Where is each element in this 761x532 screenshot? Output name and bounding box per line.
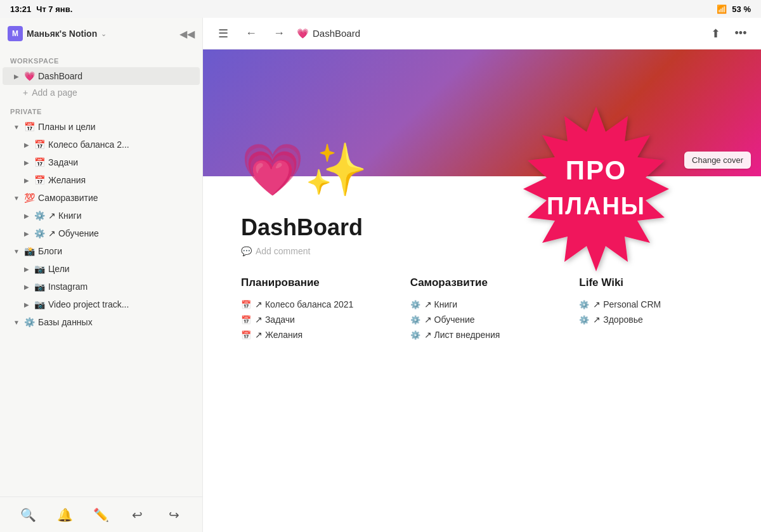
toolbar-right: ⬆ •••	[705, 23, 751, 44]
change-cover-button[interactable]: Change cover	[684, 152, 751, 169]
section-item-zhelaniya[interactable]: 📅 ↗ Желания	[241, 327, 385, 342]
expand-icon-samorazvitie[interactable]: ▼	[10, 191, 23, 204]
expand-icon-koleso[interactable]: ▶	[20, 138, 33, 151]
expand-icon-tseli[interactable]: ▶	[20, 263, 33, 275]
workspace-avatar: M	[8, 26, 23, 41]
sidebar-item-samorazvitie[interactable]: ▼ 💯 Саморазвитие ••• +	[3, 189, 200, 207]
workspace-initial: M	[12, 29, 18, 38]
add-btn-koleso[interactable]: +	[182, 138, 195, 151]
sidebar-item-instagram[interactable]: ▶ 📷 Instagram ••• +	[3, 278, 200, 295]
more-options-button[interactable]: •••	[731, 23, 751, 44]
undo-button[interactable]: ↩	[125, 502, 150, 528]
section-item-label-list: ↗ Лист внедрения	[424, 330, 500, 340]
expand-icon-bazy[interactable]: ▼	[10, 316, 23, 328]
add-btn-zadachi[interactable]: +	[182, 156, 195, 169]
add-btn-instagram[interactable]: +	[182, 280, 195, 293]
more-btn-bazy[interactable]: •••	[168, 316, 181, 328]
expand-icon-dashboard[interactable]: ▶	[10, 70, 23, 82]
add-btn-video[interactable]: +	[182, 298, 195, 311]
more-btn-knigi[interactable]: •••	[168, 209, 181, 222]
svg-text:ПЛАНЫ: ПЛАНЫ	[547, 193, 646, 219]
sidebar-item-obuchenie[interactable]: ▶ ⚙️ ↗ Обучение ••• +	[3, 224, 200, 242]
add-btn-bazy[interactable]: +	[182, 316, 195, 328]
more-btn-zadachi[interactable]: •••	[168, 156, 181, 169]
back-button[interactable]: ←	[241, 23, 261, 44]
sections-grid: Планирование 📅 ↗ Колесо баланса 2021 📅 ↗…	[241, 276, 723, 342]
sidebar-header-left: M Маньяк's Notion ⌄	[8, 26, 107, 41]
sidebar-item-blogi[interactable]: ▼ 📸 Блоги ••• +	[3, 242, 200, 260]
more-btn-plany[interactable]: •••	[168, 120, 181, 133]
redo-button[interactable]: ↪	[161, 502, 186, 528]
add-btn-knigi[interactable]: +	[182, 209, 195, 222]
expand-icon-knigi[interactable]: ▶	[20, 209, 33, 222]
notifications-button[interactable]: 🔔	[52, 502, 77, 528]
bell-icon: 🔔	[57, 507, 73, 522]
sidebar-label-obuchenie: ↗ Обучение	[48, 228, 168, 238]
section-item-zdorovie[interactable]: ⚙️ ↗ Здоровье	[579, 312, 723, 327]
more-btn-koleso[interactable]: •••	[168, 138, 181, 151]
status-bar: 13:21 Чт 7 янв. 📶 53 %	[0, 0, 761, 18]
status-bar-right: 📶 53 %	[717, 4, 751, 14]
expand-icon-plany[interactable]: ▼	[10, 120, 23, 133]
section-item-crm[interactable]: ⚙️ ↗ Personal CRM	[579, 297, 723, 312]
gear-icon-3: ⚙️	[410, 330, 420, 340]
add-btn-zhelaniya[interactable]: +	[182, 174, 195, 186]
expand-icon-zhelaniya[interactable]: ▶	[20, 174, 33, 186]
sidebar-item-koleso[interactable]: ▶ 📅 Колесо баланса 2... ••• +	[3, 136, 200, 153]
sidebar-item-tseli[interactable]: ▶ 📷 Цели ••• +	[3, 260, 200, 278]
sidebar-item-knigi[interactable]: ▶ ⚙️ ↗ Книги ••• +	[3, 207, 200, 224]
samorazvitie-icon: 💯	[23, 191, 36, 204]
video-icon: 📷	[33, 298, 46, 311]
more-btn-tseli[interactable]: •••	[168, 263, 181, 275]
add-btn-obuchenie[interactable]: +	[182, 227, 195, 240]
workspace-name[interactable]: Маньяк's Notion	[27, 29, 97, 39]
share-button[interactable]: ⬆	[705, 23, 725, 44]
sidebar-item-video[interactable]: ▶ 📷 Video project track... ••• +	[3, 295, 200, 313]
content-toolbar: ☰ ← → 💗 DashBoard ⬆ •••	[203, 18, 761, 49]
forward-button[interactable]: →	[269, 23, 289, 44]
sidebar-item-zhelaniya[interactable]: ▶ 📅 Желания ••• +	[3, 171, 200, 189]
add-page-item[interactable]: + Add a page	[3, 85, 200, 100]
add-btn-tseli[interactable]: +	[182, 263, 195, 275]
more-btn-blogi[interactable]: •••	[168, 245, 181, 257]
expand-icon-video[interactable]: ▶	[20, 298, 33, 311]
share-icon: ⬆	[711, 27, 720, 41]
section-item-knigi[interactable]: ⚙️ ↗ Книги	[410, 297, 554, 312]
calendar-icon-3: 📅	[241, 330, 251, 340]
sidebar-label-bazy: Базы данных	[38, 317, 168, 327]
sidebar-item-plany[interactable]: ▼ 📅 Планы и цели ••• +	[3, 118, 200, 136]
dashboard-icon: 💗	[23, 70, 36, 82]
section-item-label-crm: ↗ Personal CRM	[593, 299, 661, 309]
more-btn-samorazvitie[interactable]: •••	[168, 191, 181, 204]
section-item-label-zhelaniya: ↗ Желания	[255, 330, 302, 340]
bazy-icon: ⚙️	[23, 316, 36, 328]
edit-icon: ✏️	[93, 507, 109, 522]
more-btn-dashboard[interactable]: •••	[168, 70, 181, 82]
edit-button[interactable]: ✏️	[88, 502, 114, 528]
sidebar-collapse-button[interactable]: ◀◀	[179, 28, 195, 40]
add-btn-samorazvitie[interactable]: +	[182, 191, 195, 204]
sidebar-item-bazy[interactable]: ▼ ⚙️ Базы данных ••• +	[3, 313, 200, 331]
section-item-obuchenie[interactable]: ⚙️ ↗ Обучение	[410, 312, 554, 327]
expand-icon-zadachi[interactable]: ▶	[20, 156, 33, 169]
menu-button[interactable]: ☰	[213, 23, 233, 44]
more-btn-obuchenie[interactable]: •••	[168, 227, 181, 240]
expand-icon-obuchenie[interactable]: ▶	[20, 227, 33, 240]
section-item-list[interactable]: ⚙️ ↗ Лист внедрения	[410, 327, 554, 342]
sidebar-item-zadachi[interactable]: ▶ 📅 Задачи ••• +	[3, 153, 200, 171]
section-planirovanie: Планирование 📅 ↗ Колесо баланса 2021 📅 ↗…	[241, 276, 385, 342]
section-item-zadachi[interactable]: 📅 ↗ Задачи	[241, 312, 385, 327]
add-btn-dashboard[interactable]: +	[182, 70, 195, 82]
more-btn-video[interactable]: •••	[168, 298, 181, 311]
add-btn-blogi[interactable]: +	[182, 245, 195, 257]
more-btn-instagram[interactable]: •••	[168, 280, 181, 293]
sidebar-item-dashboard[interactable]: ▶ 💗 DashBoard ••• +	[3, 67, 200, 85]
expand-icon-blogi[interactable]: ▼	[10, 245, 23, 257]
expand-icon-instagram[interactable]: ▶	[20, 280, 33, 293]
more-btn-zhelaniya[interactable]: •••	[168, 174, 181, 186]
section-item-koleso[interactable]: 📅 ↗ Колесо баланса 2021	[241, 297, 385, 312]
sidebar-label-video: Video project track...	[48, 299, 168, 309]
search-button[interactable]: 🔍	[16, 502, 41, 528]
add-btn-plany[interactable]: +	[182, 120, 195, 133]
section-item-label-koleso: ↗ Колесо баланса 2021	[255, 299, 353, 309]
